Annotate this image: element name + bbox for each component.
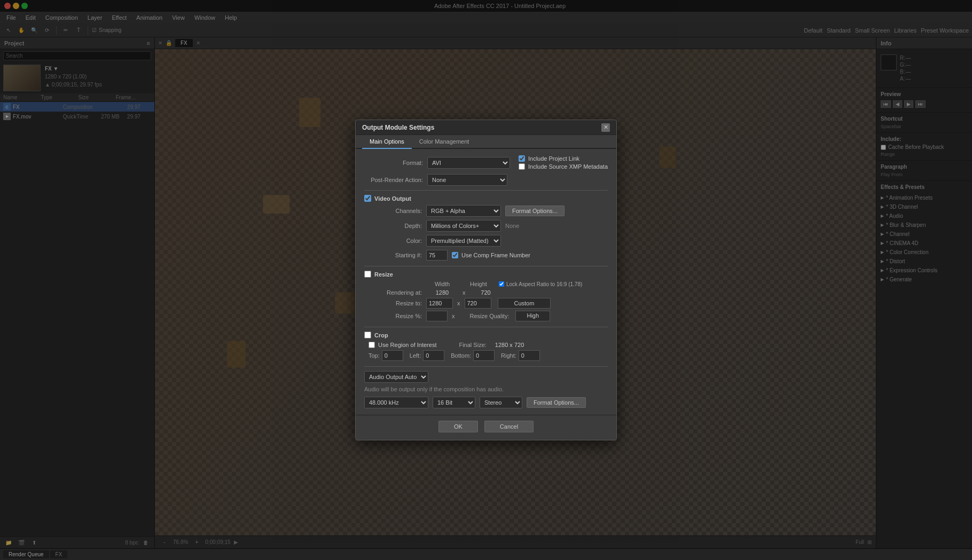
resize-pct-label: Resize %: <box>369 313 422 319</box>
audio-format-options-btn[interactable]: Format Options... <box>527 397 586 408</box>
custom-btn[interactable]: Custom <box>498 298 551 309</box>
bottom-field: Bottom: <box>451 350 495 361</box>
video-output-section: Video Output Channels: RGB + Alpha Forma… <box>364 195 608 261</box>
depth-select[interactable]: Millions of Colors+ <box>426 220 501 232</box>
resize-options: Width Height Lock Aspect Ratio to 16:9 (… <box>364 281 608 321</box>
audio-bit-select[interactable]: 16 Bit <box>433 397 475 408</box>
left-input[interactable] <box>423 350 444 361</box>
channels-row: Channels: RGB + Alpha Format Options... <box>364 205 608 217</box>
resize-to-w-input[interactable] <box>426 298 453 309</box>
starting-label: Starting #: <box>369 252 422 258</box>
dialog-close-button[interactable]: ✕ <box>601 123 610 132</box>
dialog-tab-color[interactable]: Color Management <box>412 135 477 149</box>
use-comp-frame-row: Use Comp Frame Number <box>452 252 530 258</box>
dialog-overlay: Output Module Settings ✕ Main Options Co… <box>0 0 972 560</box>
lock-aspect-checkbox[interactable] <box>499 281 504 287</box>
include-source-metadata-row: Include Source XMP Metadata <box>519 163 608 170</box>
post-render-select[interactable]: None <box>427 174 507 186</box>
post-render-label: Post-Render Action: <box>364 177 423 183</box>
crop-checkbox[interactable] <box>364 332 371 338</box>
color-label: Color: <box>369 238 422 244</box>
dialog-tabs: Main Options Color Management <box>356 135 616 149</box>
include-source-metadata-checkbox[interactable] <box>519 163 525 170</box>
divider-4 <box>364 366 608 367</box>
right-field: Right: <box>501 350 540 361</box>
height-label: Height <box>463 281 495 287</box>
resize-to-label: Resize to: <box>369 300 422 306</box>
right-label: Right: <box>501 352 516 359</box>
resize-to-row: Resize to: x Custom <box>369 298 608 309</box>
resize-checkbox[interactable] <box>364 271 371 278</box>
include-source-metadata-label: Include Source XMP Metadata <box>528 163 608 170</box>
color-row: Color: Premultiplied (Matted) <box>364 235 608 247</box>
include-project-link-label: Include Project Link <box>528 155 579 162</box>
right-input[interactable] <box>519 350 540 361</box>
crop-options: Use Region of Interest Final Size: 1280 … <box>364 342 608 361</box>
dialog-tab-main-label: Main Options <box>370 138 404 145</box>
crop-label-row: Crop <box>364 332 608 338</box>
crop-section: Crop Use Region of Interest Final Size: … <box>364 332 608 361</box>
crop-values-row: Top: Left: Bottom: Right: <box>369 350 608 361</box>
dialog-tab-main[interactable]: Main Options <box>362 135 412 149</box>
final-size-value: 1280 x 720 <box>495 342 524 348</box>
dialog-footer: OK Cancel <box>356 415 616 440</box>
resize-pct-input[interactable] <box>426 311 448 321</box>
top-input[interactable] <box>382 350 403 361</box>
resize-wh-labels: Width Height Lock Aspect Ratio to 16:9 (… <box>369 281 608 287</box>
format-row: Format: AVI Include Project Link Include… <box>364 155 608 170</box>
video-output-label-row: Video Output <box>364 195 608 202</box>
rendering-at-x: x <box>463 289 466 296</box>
video-output-checkbox[interactable] <box>364 195 371 202</box>
resize-label-row: Resize <box>364 271 608 278</box>
use-roi-label: Use Region of Interest <box>378 342 436 348</box>
resize-x: x <box>452 313 455 319</box>
ok-button[interactable]: OK <box>438 421 478 432</box>
lock-aspect-label: Lock Aspect Ratio to 16:9 (1.78) <box>506 281 582 287</box>
resize-quality-label: Resize Quality: <box>470 313 509 319</box>
audio-output-select[interactable]: Audio Output Auto <box>364 371 428 383</box>
include-project-link-checkbox[interactable] <box>519 155 525 162</box>
channels-label: Channels: <box>369 208 422 214</box>
format-select[interactable]: AVI <box>427 157 510 169</box>
top-label: Top: <box>369 352 380 359</box>
top-field: Top: <box>369 350 403 361</box>
format-options-btn[interactable]: Format Options... <box>505 206 565 216</box>
divider-2 <box>364 266 608 266</box>
dialog-title-bar: Output Module Settings ✕ <box>356 120 616 135</box>
divider-1 <box>364 190 608 191</box>
resize-section: Resize Width Height Lock Aspect Ratio to… <box>364 271 608 321</box>
dialog-title: Output Module Settings <box>362 124 434 131</box>
resize-to-x: x <box>457 300 460 306</box>
bottom-label: Bottom: <box>451 352 471 359</box>
audio-hz-select[interactable]: 48.000 kHz <box>364 397 428 408</box>
width-label: Width <box>426 281 458 287</box>
rendering-at-w: 1280 <box>426 289 458 296</box>
left-label: Left: <box>410 352 421 359</box>
audio-channel-select[interactable]: Stereo <box>480 397 522 408</box>
dialog-tab-color-label: Color Management <box>419 138 469 145</box>
bottom-input[interactable] <box>473 350 495 361</box>
audio-output-row: Audio Output Auto <box>364 371 608 383</box>
lock-aspect-row: Lock Aspect Ratio to 16:9 (1.78) <box>499 281 582 287</box>
rendering-at-row: Rendering at: 1280 x 720 <box>369 289 608 296</box>
use-comp-frame-checkbox[interactable] <box>452 252 458 258</box>
crop-label: Crop <box>374 332 388 338</box>
color-select[interactable]: Premultiplied (Matted) <box>426 235 501 247</box>
cancel-button[interactable]: Cancel <box>484 421 534 432</box>
use-roi-checkbox[interactable] <box>369 342 375 348</box>
output-module-dialog: Output Module Settings ✕ Main Options Co… <box>355 120 617 440</box>
resize-to-h-input[interactable] <box>465 298 491 309</box>
resize-quality-value: High <box>515 311 550 321</box>
channels-select[interactable]: RGB + Alpha <box>426 205 501 217</box>
crop-roi-row: Use Region of Interest Final Size: 1280 … <box>369 342 608 348</box>
audio-format-row: 48.000 kHz 16 Bit Stereo Format Options.… <box>364 397 608 408</box>
use-roi-row: Use Region of Interest <box>369 342 436 348</box>
final-size-label: Final Size: <box>459 342 486 348</box>
video-output-label: Video Output <box>374 195 411 202</box>
divider-3 <box>364 327 608 327</box>
starting-input[interactable] <box>426 250 448 261</box>
none-label: None <box>505 223 519 229</box>
audio-note: Audio will be output only if the composi… <box>364 386 608 392</box>
include-project-link-row: Include Project Link <box>519 155 608 162</box>
include-checkboxes: Include Project Link Include Source XMP … <box>519 155 608 170</box>
